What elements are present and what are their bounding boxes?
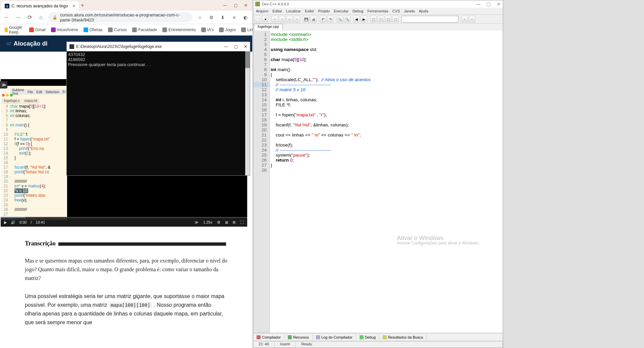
bottom-tab[interactable]: Debug: [356, 334, 379, 340]
download-icon[interactable]: ⬇: [219, 13, 227, 21]
pip-icon[interactable]: ⧉: [233, 220, 235, 225]
sublime-code: 4char mapa[5][10+1];5int linhas;6int col…: [1, 104, 67, 221]
bookmark-folder[interactable]: Faculdade: [130, 26, 159, 34]
console-output[interactable]: 4370432 4198592 Pressione qualquer tecla…: [67, 51, 250, 175]
lesson-title: Alocação di: [13, 40, 47, 47]
sublime-tab[interactable]: fogefoge.c: [2, 99, 22, 104]
bookmark-folder[interactable]: IA's: [199, 26, 216, 34]
maximize-icon[interactable]: ▢: [486, 1, 491, 7]
folder-icon: [241, 27, 246, 32]
bookmark-folder[interactable]: Jogos: [217, 26, 238, 34]
maximize-icon[interactable]: ▢: [234, 3, 237, 8]
profile-icon[interactable]: ◐: [241, 13, 250, 21]
menu-item[interactable]: Janela: [404, 9, 415, 13]
menu-item[interactable]: Ajuda: [419, 9, 428, 13]
home-button[interactable]: ⌂: [37, 13, 45, 21]
menu-item[interactable]: CVS: [392, 9, 400, 13]
transcript-section: Transcrição Mas e se quisermos mapas com…: [25, 240, 227, 327]
toolbar-button[interactable]: 📄: [255, 16, 261, 22]
bookmark-item[interactable]: Ofertas: [82, 26, 105, 34]
console-titlebar[interactable]: E:\Desktop\Alura\2023\C\fogefoge\fogefog…: [67, 42, 250, 51]
menu-item[interactable]: Debug: [353, 9, 363, 13]
console-icon: [69, 44, 74, 49]
devcpp-editor[interactable]: 1#include <iostream>2#include <stdlib.h>…: [253, 31, 503, 333]
bottom-tab[interactable]: Compilador: [253, 334, 284, 340]
menu-item[interactable]: Exibir: [305, 9, 314, 13]
menu-item[interactable]: Ferramentas: [367, 9, 388, 13]
menu-item[interactable]: Editar: [272, 9, 282, 13]
scrollbar[interactable]: [245, 51, 250, 175]
menu-item[interactable]: Projeto: [318, 9, 330, 13]
toolbar-button[interactable]: ▶: [361, 16, 367, 22]
fullscreen-icon[interactable]: ⛶: [240, 220, 244, 224]
toolbar-button[interactable]: ⬚: [377, 16, 384, 22]
play-icon[interactable]: ▶: [4, 220, 7, 225]
transcript-para: Uma possível estratégia seria ter uma ma…: [25, 292, 227, 327]
skip-icon[interactable]: ≫: [195, 220, 199, 225]
toolbar-button[interactable]: ↶: [320, 16, 326, 22]
toolbar-button[interactable]: 💾: [303, 16, 310, 22]
sidebar-toggle-icon[interactable]: ≫: [0, 81, 7, 89]
bookmark-item[interactable]: Gmail: [27, 26, 48, 34]
volume-icon[interactable]: 🔊: [11, 220, 15, 225]
speed-label[interactable]: 1.25x: [203, 220, 212, 224]
back-button[interactable]: ←: [3, 13, 11, 21]
bottom-tab[interactable]: Log do Compilador: [313, 334, 356, 340]
reload-button[interactable]: ⟳: [25, 13, 34, 21]
console-window: E:\Desktop\Alura\2023\C\fogefoge\fogefog…: [66, 42, 250, 176]
mac-traffic-lights: [2, 94, 13, 97]
transcript-heading: Transcrição: [25, 240, 56, 247]
extensions-icon[interactable]: ⚙: [207, 13, 215, 21]
captions-icon[interactable]: ⊞: [225, 220, 228, 225]
toolbar-button[interactable]: ▾: [262, 16, 269, 22]
close-icon[interactable]: ✕: [244, 3, 248, 8]
menu-icon[interactable]: ≡: [230, 13, 238, 21]
toolbar-button[interactable]: ⬚: [392, 16, 399, 22]
toolbar-button[interactable]: ◀: [353, 16, 360, 22]
toolbar-button[interactable]: ▫: [279, 16, 285, 22]
sublime-tab[interactable]: mapa.txt: [22, 99, 39, 104]
browser-toolbar: ← → ⟳ ⌂ 🔒 cursos.alura.com.br/course/int…: [0, 11, 252, 24]
toolbar-button[interactable]: ⬚: [370, 16, 377, 22]
bookmark-folder[interactable]: Entretenimento: [160, 26, 198, 34]
code-area[interactable]: 1#include <iostream>2#include <stdlib.h>…: [253, 32, 503, 173]
file-tab[interactable]: fogefoge.cpp: [254, 24, 283, 31]
bookmark-item[interactable]: Google Keep: [3, 24, 26, 36]
browser-tab[interactable]: a C: recursos avançados da lingu ×: [1, 1, 78, 11]
toolbar-button[interactable]: ▫: [469, 16, 475, 22]
bottom-tab[interactable]: Recursos: [284, 334, 312, 340]
address-bar[interactable]: 🔒 cursos.alura.com.br/course/introducao-…: [48, 12, 193, 22]
video-controls: ▶ 🔊 0:00 / 13:41 ≫ 1.25x ⚙ ⊞ ⧉ ⛶: [1, 218, 247, 227]
folder-icon: [162, 27, 167, 32]
new-tab-button[interactable]: +: [78, 2, 87, 8]
minimize-icon[interactable]: —: [223, 3, 227, 8]
toolbar-button[interactable]: 🔍: [336, 16, 343, 22]
star-icon[interactable]: ☆: [196, 13, 204, 21]
minimize-icon[interactable]: —: [224, 44, 228, 49]
toolbar-button[interactable]: ⬚: [385, 16, 391, 22]
toolbar-button[interactable]: 🖨: [310, 16, 317, 22]
bookmark-folder[interactable]: Cursos: [106, 26, 129, 34]
forward-button[interactable]: →: [14, 13, 22, 21]
devcpp-titlebar[interactable]: Dev-C++ 4.9.8.0 — ▢ ✕: [253, 0, 503, 8]
toolbar-button[interactable]: ▫: [286, 16, 293, 22]
toolbar-button[interactable]: 🔍: [344, 16, 351, 22]
browser-titlebar: a C: recursos avançados da lingu × + — ▢…: [0, 0, 252, 11]
toolbar-button[interactable]: ↷: [327, 16, 334, 22]
toolbar-button[interactable]: ▫: [461, 16, 468, 22]
close-icon[interactable]: ✕: [497, 1, 501, 7]
tab-title: C: recursos avançados da lingu: [11, 4, 68, 8]
bottom-tab[interactable]: Resultados da Busca: [379, 334, 427, 340]
close-icon[interactable]: ✕: [244, 44, 247, 49]
maximize-icon[interactable]: ▢: [234, 44, 238, 49]
bookmark-item[interactable]: IntoxiAnime: [49, 26, 80, 34]
menu-item[interactable]: Executar: [334, 9, 348, 13]
toolbar-button[interactable]: ▫: [271, 16, 278, 22]
settings-icon[interactable]: ⚙: [217, 220, 220, 225]
minimize-icon[interactable]: —: [476, 1, 480, 7]
toolbar-button[interactable]: ▫: [293, 16, 300, 22]
toolbar-combo[interactable]: [401, 16, 459, 22]
tab-close-icon[interactable]: ×: [72, 3, 75, 9]
menu-item[interactable]: Arquivo: [256, 9, 268, 13]
menu-item[interactable]: Localizar: [286, 9, 301, 13]
